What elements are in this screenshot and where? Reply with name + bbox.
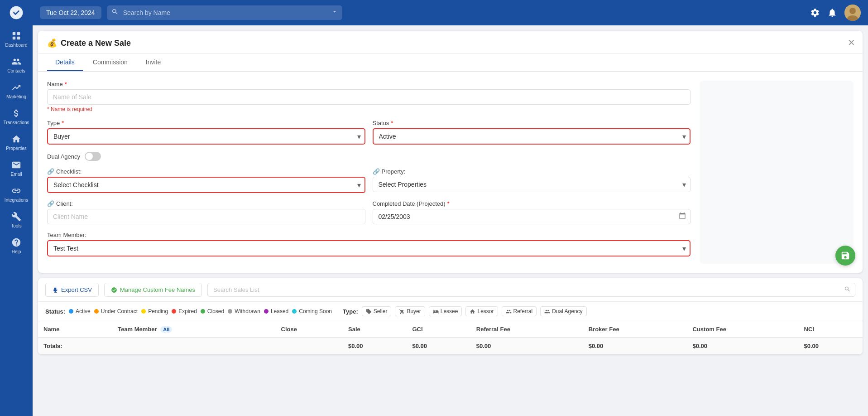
sidebar-item-transactions[interactable]: Transactions: [0, 103, 33, 129]
sidebar-item-dashboard[interactable]: Dashboard: [0, 25, 33, 51]
client-link-icon: 🔗: [47, 200, 54, 207]
filter-pending[interactable]: Pending: [141, 308, 168, 314]
pending-dot: [141, 309, 146, 314]
filter-under-contract[interactable]: Under Contract: [94, 308, 138, 314]
under-contract-dot: [94, 309, 99, 314]
team-member-select[interactable]: Test Test: [47, 240, 691, 256]
totals-referral: $0.00: [471, 338, 583, 354]
client-input[interactable]: [47, 209, 365, 224]
name-error: * Name is required: [47, 106, 691, 112]
filter-withdrawn[interactable]: Withdrawn: [228, 308, 260, 314]
settings-button[interactable]: [810, 8, 820, 18]
type-filter-lessor[interactable]: Lessor: [465, 306, 498, 316]
sidebar-item-transactions-label: Transactions: [4, 120, 29, 125]
chevron-down-icon[interactable]: [331, 9, 338, 17]
dual-agency-toggle[interactable]: [85, 152, 101, 161]
active-dot: [69, 309, 73, 314]
lessor-label: Lessor: [477, 308, 494, 314]
completed-date-input[interactable]: [373, 209, 691, 224]
form-left-panel: Name * * Name is required Type *: [47, 81, 691, 264]
search-input[interactable]: [107, 5, 342, 20]
content-area: 💰 Create a New Sale ✕ Details Commission…: [33, 25, 868, 416]
sidebar-item-marketing[interactable]: Marketing: [0, 77, 33, 103]
sidebar-item-help[interactable]: Help: [0, 232, 33, 258]
filter-expired[interactable]: Expired: [172, 308, 197, 314]
type-filter-seller[interactable]: Seller: [362, 306, 392, 316]
topbar: Tue Oct 22, 2024: [33, 0, 868, 25]
dual-agency-type-label: Dual Agency: [552, 308, 582, 314]
svg-rect-2: [13, 37, 15, 39]
type-filter-referral[interactable]: Referral: [502, 306, 537, 316]
all-badge[interactable]: All: [160, 326, 172, 333]
sidebar-item-contacts[interactable]: Contacts: [0, 51, 33, 77]
topbar-actions: [810, 5, 861, 21]
leased-label: Leased: [271, 308, 288, 314]
sale-icon: 💰: [47, 38, 57, 48]
sidebar-item-properties[interactable]: Properties: [0, 129, 33, 155]
filter-closed[interactable]: Closed: [201, 308, 224, 314]
sidebar: Dashboard Contacts Marketing Transaction…: [0, 0, 33, 416]
withdrawn-dot: [228, 309, 232, 314]
col-custom-fee: Custom Fee: [687, 321, 799, 338]
notifications-button[interactable]: [827, 8, 837, 18]
avatar[interactable]: [844, 5, 861, 21]
type-status-row: Type * Buyer Seller Lessee Lessor Referr…: [47, 120, 691, 152]
table-search-input[interactable]: [207, 283, 855, 297]
tab-commission[interactable]: Commission: [85, 54, 136, 71]
sidebar-item-tools[interactable]: Tools: [0, 206, 33, 232]
form-right-panel: [700, 81, 854, 264]
tab-invite[interactable]: Invite: [138, 54, 169, 71]
type-select[interactable]: Buyer Seller Lessee Lessor Referral: [47, 128, 365, 145]
svg-point-5: [849, 8, 856, 14]
main-content: Tue Oct 22, 2024: [33, 0, 868, 416]
property-select[interactable]: Select Properties: [373, 177, 691, 192]
svg-rect-3: [17, 37, 20, 39]
col-referral-fee: Referral Fee: [471, 321, 583, 338]
sidebar-logo[interactable]: [0, 0, 33, 25]
form-tabs: Details Commission Invite: [38, 54, 863, 72]
type-filter-buyer[interactable]: Buyer: [395, 306, 425, 316]
active-label: Active: [76, 308, 91, 314]
totals-close: [276, 338, 343, 354]
checklist-field-group: 🔗 Checklist: Select Checklist: [47, 168, 365, 193]
pending-label: Pending: [148, 308, 168, 314]
property-field-group: 🔗 Property: Select Properties: [373, 168, 691, 193]
sidebar-item-email[interactable]: Email: [0, 155, 33, 180]
type-label: Type *: [47, 120, 365, 126]
filter-active[interactable]: Active: [69, 308, 91, 314]
filter-leased[interactable]: Leased: [264, 308, 288, 314]
totals-sale: $0.00: [343, 338, 407, 354]
name-label: Name *: [47, 81, 691, 87]
status-field-group: Status * Active Under Contract Pending E…: [373, 120, 691, 145]
lessee-label: Lessee: [441, 308, 458, 314]
save-fab-button[interactable]: [835, 246, 855, 266]
property-link-icon: 🔗: [373, 168, 380, 175]
property-label: 🔗 Property:: [373, 168, 691, 175]
name-input[interactable]: [47, 89, 691, 105]
create-sale-title: Create a New Sale: [61, 39, 131, 48]
export-csv-button[interactable]: Export CSV: [45, 283, 99, 297]
totals-broker: $0.00: [583, 338, 687, 354]
checklist-label: 🔗 Checklist:: [47, 168, 365, 175]
sidebar-item-help-label: Help: [12, 249, 21, 254]
sidebar-item-tools-label: Tools: [11, 223, 21, 228]
type-filter-dual-agency[interactable]: Dual Agency: [540, 306, 586, 316]
status-filters: Status: Active Under Contract Pending Ex…: [45, 306, 332, 316]
sidebar-item-integrations[interactable]: Integrations: [0, 180, 33, 206]
form-body: Name * * Name is required Type *: [38, 72, 863, 273]
checklist-select[interactable]: Select Checklist: [47, 177, 365, 193]
search-icon: [111, 8, 119, 17]
col-sale: Sale: [343, 321, 407, 338]
status-select[interactable]: Active Under Contract Pending Expired Cl…: [373, 128, 691, 145]
svg-rect-1: [17, 32, 20, 35]
manage-custom-fees-button[interactable]: Manage Custom Fee Names: [104, 283, 202, 297]
filter-coming-soon[interactable]: Coming Soon: [292, 308, 332, 314]
team-member-select-wrapper: Test Test: [47, 240, 691, 256]
under-contract-label: Under Contract: [101, 308, 138, 314]
calendar-icon[interactable]: [679, 212, 686, 221]
col-name: Name: [38, 321, 112, 338]
tab-details[interactable]: Details: [47, 54, 83, 71]
status-select-wrapper: Active Under Contract Pending Expired Cl…: [373, 128, 691, 145]
type-filter-lessee[interactable]: Lessee: [429, 306, 462, 316]
close-button[interactable]: ✕: [848, 37, 855, 48]
